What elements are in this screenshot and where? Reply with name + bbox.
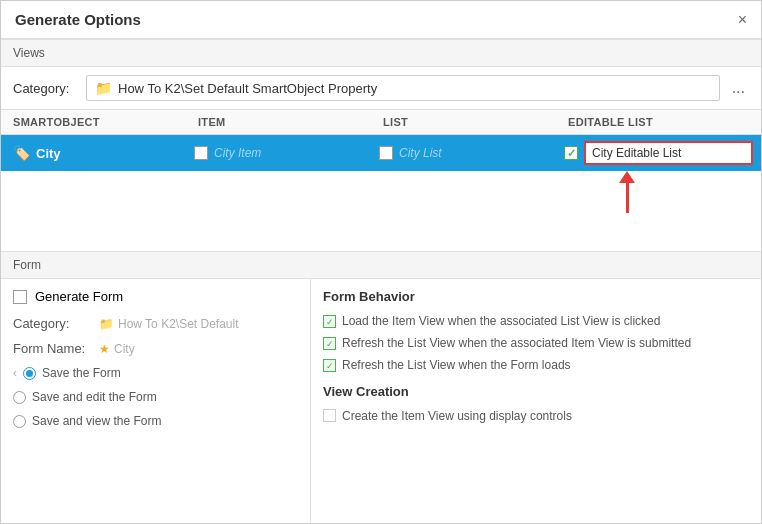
behavior-cb-0[interactable]	[323, 315, 336, 328]
behavior-row-1: Refresh the List View when the associate…	[323, 334, 749, 352]
smartobject-name: City	[36, 146, 61, 161]
category-label: Category:	[13, 81, 78, 96]
radio-save-label: Save the Form	[42, 366, 121, 380]
view-creation-cb-0[interactable]	[323, 409, 336, 422]
form-content: Generate Form Category: 📁 How To K2\Set …	[1, 279, 761, 523]
form-category-value: 📁 How To K2\Set Default	[99, 317, 239, 331]
list-cell: City List	[371, 142, 556, 164]
view-creation-text-0: Create the Item View using display contr…	[342, 409, 572, 423]
close-button[interactable]: ×	[738, 12, 747, 28]
smartobject-cell: 🏷️ City	[1, 139, 186, 167]
item-cell: City Item	[186, 142, 371, 164]
form-name-text: City	[114, 342, 135, 356]
chevron-icon: ‹	[13, 366, 17, 380]
col-smartobject: SMARTOBJECT	[1, 110, 186, 134]
generate-form-checkbox[interactable]	[13, 290, 27, 304]
view-creation-title: View Creation	[323, 384, 749, 399]
spacer	[1, 221, 761, 251]
list-input[interactable]: City List	[399, 146, 548, 160]
ellipsis-button[interactable]: ...	[728, 79, 749, 97]
arrow-line	[626, 183, 629, 213]
dialog-header: Generate Options ×	[1, 1, 761, 39]
radio-option-1: Save and edit the Form	[13, 388, 298, 406]
radio-option-0: ‹ Save the Form	[13, 364, 298, 382]
behavior-row-2: Refresh the List View when the Form load…	[323, 356, 749, 374]
form-section-label: Form	[1, 251, 761, 279]
table-header: SMARTOBJECT ITEM LIST EDITABLE LIST	[1, 109, 761, 135]
col-item: ITEM	[186, 110, 371, 134]
smartobject-icon: 🏷️	[13, 145, 30, 161]
form-name-label: Form Name:	[13, 341, 93, 356]
radio-save-edit-label: Save and edit the Form	[32, 390, 157, 404]
behavior-text-0: Load the Item View when the associated L…	[342, 314, 660, 328]
form-name-value: ★ City	[99, 342, 135, 356]
generate-form-row: Generate Form	[13, 289, 298, 304]
folder-icon: 📁	[95, 80, 112, 96]
generate-form-label: Generate Form	[35, 289, 123, 304]
arrow-area	[1, 171, 761, 221]
form-behavior-title: Form Behavior	[323, 289, 749, 304]
list-checkbox[interactable]	[379, 146, 393, 160]
form-right: Form Behavior Load the Item View when th…	[311, 279, 761, 523]
form-bottom-section: Form Generate Form Category: 📁 How To K2…	[1, 251, 761, 523]
arrow-head	[619, 171, 635, 183]
behavior-cb-2[interactable]	[323, 359, 336, 372]
form-category-text: How To K2\Set Default	[118, 317, 239, 331]
form-category-label: Category:	[13, 316, 93, 331]
category-value-container: 📁 How To K2\Set Default SmartObject Prop…	[86, 75, 720, 101]
views-section-label: Views	[1, 39, 761, 67]
star-icon: ★	[99, 342, 110, 356]
behavior-text-1: Refresh the List View when the associate…	[342, 336, 691, 350]
view-creation-row-0: Create the Item View using display contr…	[323, 407, 749, 425]
editable-list-checkbox[interactable]	[564, 146, 578, 160]
form-left: Generate Form Category: 📁 How To K2\Set …	[1, 279, 311, 523]
category-row: Category: 📁 How To K2\Set Default SmartO…	[1, 67, 761, 109]
item-input[interactable]: City Item	[214, 146, 363, 160]
radio-option-2: Save and view the Form	[13, 412, 298, 430]
radio-save-view[interactable]	[13, 415, 26, 428]
radio-save-view-label: Save and view the Form	[32, 414, 161, 428]
editable-list-cell	[556, 137, 761, 169]
behavior-cb-1[interactable]	[323, 337, 336, 350]
category-text: How To K2\Set Default SmartObject Proper…	[118, 81, 711, 96]
behavior-text-2: Refresh the List View when the Form load…	[342, 358, 571, 372]
generate-options-dialog: Generate Options × Views Category: 📁 How…	[0, 0, 762, 524]
behavior-row-0: Load the Item View when the associated L…	[323, 312, 749, 330]
table-row: 🏷️ City City Item City List	[1, 135, 761, 171]
radio-save-edit[interactable]	[13, 391, 26, 404]
category-field-row: Category: 📁 How To K2\Set Default	[13, 314, 298, 333]
item-checkbox[interactable]	[194, 146, 208, 160]
col-list: LIST	[371, 110, 556, 134]
radio-save[interactable]	[23, 367, 36, 380]
col-editable-list: EDITABLE LIST	[556, 110, 761, 134]
red-arrow	[619, 171, 635, 213]
editable-list-input[interactable]	[584, 141, 753, 165]
dialog-title: Generate Options	[15, 11, 141, 28]
form-folder-icon: 📁	[99, 317, 114, 331]
form-name-field-row: Form Name: ★ City	[13, 339, 298, 358]
